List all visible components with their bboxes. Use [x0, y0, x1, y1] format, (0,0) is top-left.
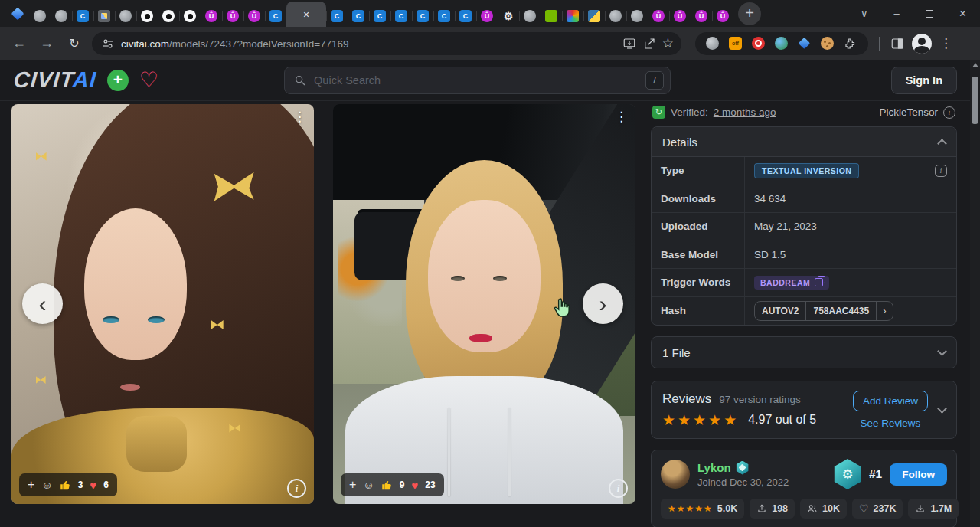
minimize-button[interactable]: – [893, 8, 899, 19]
copy-icon[interactable] [815, 278, 823, 286]
browser-tab[interactable]: ⚙ [498, 5, 519, 27]
browser-tab[interactable] [562, 5, 583, 27]
browser-tab[interactable]: Û [712, 5, 733, 27]
browser-tab[interactable] [29, 5, 51, 27]
browser-tab[interactable]: Û [201, 5, 222, 27]
scrollbar-thumb[interactable] [972, 77, 978, 124]
install-icon[interactable] [622, 37, 636, 51]
browser-tab[interactable]: C [433, 5, 455, 27]
forward-button[interactable]: → [37, 35, 57, 51]
browser-tab[interactable]: Û [669, 5, 691, 27]
browser-tab[interactable] [605, 5, 626, 27]
trigger-word-badge[interactable]: BADDREAM [754, 276, 829, 290]
browser-tab[interactable] [115, 5, 136, 27]
pinned-tab[interactable] [6, 3, 29, 25]
create-button[interactable]: + [107, 70, 129, 91]
format-info-icon[interactable]: i [943, 106, 956, 119]
creator-avatar[interactable] [661, 460, 690, 489]
toolbar-divider [879, 37, 880, 51]
browser-tab[interactable]: C [72, 5, 93, 27]
type-info-icon[interactable]: i [935, 165, 947, 177]
extension-cookie-icon[interactable] [821, 37, 834, 50]
browser-tab[interactable]: C [455, 5, 476, 27]
browser-tab[interactable] [519, 5, 541, 27]
share-icon[interactable] [642, 37, 656, 51]
follow-button[interactable]: Follow [890, 463, 947, 486]
type-badge[interactable]: TEXTUAL INVERSION [754, 163, 859, 178]
hash-pill[interactable]: AUTOV2 758AAC4435 › [754, 301, 893, 321]
thumbs-up-icon[interactable] [60, 480, 71, 491]
emoji-icon[interactable]: ☺ [363, 479, 374, 491]
civitai-logo[interactable]: CIVITAI [13, 67, 97, 93]
reload-button[interactable]: ↻ [64, 36, 84, 51]
browser-tab[interactable] [583, 5, 605, 27]
close-window-button[interactable]: × [959, 7, 966, 21]
add-review-button[interactable]: Add Review [853, 391, 928, 411]
emoji-icon[interactable]: ☺ [41, 479, 52, 491]
verified-time-link[interactable]: 2 months ago [714, 106, 776, 118]
extension-sphere-icon[interactable] [706, 37, 719, 50]
search-input[interactable]: Quick Search / [284, 67, 671, 94]
hash-expand-button[interactable]: › [876, 302, 892, 320]
extensions-puzzle-icon[interactable] [844, 37, 858, 51]
sign-in-button[interactable]: Sign In [891, 67, 957, 94]
heart-icon[interactable]: ♥ [411, 479, 418, 492]
image-info-button[interactable]: i [609, 479, 628, 498]
details-header[interactable]: Details [652, 127, 956, 156]
new-tab-button[interactable]: + [738, 2, 761, 25]
reaction-bar: + ☺ 9 ♥ 23 [341, 473, 444, 496]
browser-tab[interactable]: C [265, 5, 286, 27]
downloads-count: 1.7M [930, 503, 952, 514]
page-scrollbar[interactable] [970, 60, 980, 527]
browser-tab[interactable] [158, 5, 179, 27]
browser-tab[interactable]: C [369, 5, 390, 27]
chevron-down-icon[interactable]: ∨ [861, 8, 868, 19]
browser-tab[interactable] [541, 5, 562, 27]
browser-tab[interactable]: Û [243, 5, 265, 27]
globe-favicon [119, 10, 132, 22]
ultra-favicon: Û [695, 10, 707, 22]
carousel-next-button[interactable]: › [583, 283, 623, 324]
bookmark-star-icon[interactable]: ☆ [662, 35, 674, 51]
active-tab[interactable]: × [286, 2, 326, 27]
url-bar[interactable]: civitai.com/models/72437?modelVersionId=… [92, 32, 681, 55]
see-reviews-link[interactable]: See Reviews [861, 417, 921, 429]
browser-menu-icon[interactable]: ⋮ [939, 35, 952, 51]
browser-tab[interactable]: Û [691, 5, 712, 27]
add-reaction-button[interactable]: + [28, 479, 34, 491]
back-button[interactable]: ← [9, 35, 29, 51]
extension-earth-icon[interactable] [775, 37, 788, 50]
reviews-chevron-icon[interactable] [937, 404, 947, 414]
image-info-button[interactable]: i [287, 479, 306, 498]
heart-icon[interactable]: ♥ [90, 479, 96, 492]
extension-red-icon[interactable] [752, 37, 765, 50]
extension-gem-icon[interactable] [798, 37, 811, 50]
browser-tab[interactable] [136, 5, 158, 27]
image-menu-icon[interactable]: ⋮ [293, 109, 306, 125]
support-heart-icon[interactable]: ♡ [139, 70, 158, 91]
extension-adblock-off-icon[interactable] [729, 37, 742, 50]
browser-tab[interactable]: C [326, 5, 348, 27]
browser-tab[interactable]: C [412, 5, 433, 27]
site-settings-icon[interactable] [101, 37, 115, 51]
image-menu-icon[interactable]: ⋮ [615, 109, 628, 125]
browser-tab[interactable]: Û [222, 5, 243, 27]
browser-tab[interactable] [93, 5, 115, 27]
browser-tab[interactable]: Û [476, 5, 498, 27]
browser-tab[interactable] [179, 5, 201, 27]
browser-tab[interactable]: C [390, 5, 412, 27]
browser-tab[interactable]: C [348, 5, 369, 27]
add-reaction-button[interactable]: + [349, 479, 356, 491]
creator-name-link[interactable]: Lykon [697, 461, 731, 474]
browser-tab[interactable] [626, 5, 648, 27]
thumbs-up-icon[interactable] [381, 480, 393, 491]
maximize-button[interactable] [926, 10, 933, 18]
files-card[interactable]: 1 File [651, 336, 957, 368]
tab-close-icon[interactable]: × [303, 9, 309, 20]
sidebar-icon[interactable] [890, 37, 904, 51]
scrollbar-up-arrow[interactable] [972, 63, 978, 67]
browser-tab[interactable]: Û [648, 5, 669, 27]
browser-tab[interactable] [51, 5, 72, 27]
carousel-prev-button[interactable]: ‹ [22, 283, 63, 324]
profile-avatar-button[interactable] [912, 34, 932, 54]
